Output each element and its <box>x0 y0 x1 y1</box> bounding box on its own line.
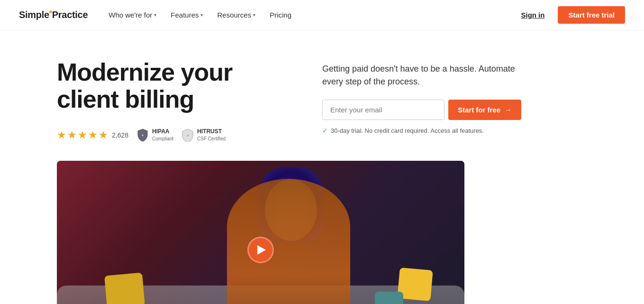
person-body <box>227 179 350 304</box>
email-form: Start for free → <box>322 100 521 120</box>
nav-resources[interactable]: Resources ▾ <box>211 7 261 23</box>
svg-text:✓: ✓ <box>187 134 189 137</box>
start-trial-button[interactable]: Start free trial <box>558 6 625 24</box>
hero-left: Modernize your client billing ★ ★ ★ ★ ★ … <box>57 59 284 142</box>
pillow-teal <box>375 292 403 304</box>
star-1: ★ <box>57 129 66 141</box>
video-section <box>0 161 644 304</box>
hero-right: Getting paid doesn't have to be a hassle… <box>322 59 521 134</box>
star-3: ★ <box>78 129 87 141</box>
video-container[interactable] <box>57 161 464 304</box>
star-5-half: ★ <box>99 129 108 141</box>
nav-right: Sign in Start free trial <box>515 6 625 24</box>
nav-pricing[interactable]: Pricing <box>264 7 297 23</box>
hipaa-text: HIPAA Compliant <box>152 128 173 142</box>
chevron-down-icon: ▾ <box>154 12 156 18</box>
review-count: 2,628 <box>112 131 128 139</box>
hitrust-icon: ✓ <box>181 129 194 142</box>
arrow-right-icon: → <box>504 106 512 114</box>
hero-badges: ★ ★ ★ ★ ★ 2,628 + HIPAA Compliant <box>57 128 284 142</box>
play-button[interactable] <box>247 237 274 263</box>
video-background <box>57 161 464 304</box>
nav-who[interactable]: Who we're for ▾ <box>103 7 162 23</box>
hitrust-badge: ✓ HITRUST CSF Certified <box>181 128 226 142</box>
chevron-down-icon: ▾ <box>200 12 203 18</box>
star-rating: ★ ★ ★ ★ ★ 2,628 <box>57 129 128 141</box>
logo-simple: Simple <box>19 9 49 20</box>
chevron-down-icon: ▾ <box>253 12 255 18</box>
hipaa-icon: + <box>136 129 149 142</box>
star-4: ★ <box>88 129 98 141</box>
start-for-free-button[interactable]: Start for free → <box>448 100 521 120</box>
star-2: ★ <box>67 129 77 141</box>
hipaa-badge: + HIPAA Compliant <box>136 128 173 142</box>
pillow-left <box>104 272 145 304</box>
check-icon: ✓ <box>322 127 328 134</box>
sign-in-button[interactable]: Sign in <box>515 7 550 23</box>
play-icon <box>257 245 266 255</box>
logo-dot <box>49 10 52 13</box>
hero-title: Modernize your client billing <box>57 59 284 113</box>
nav-links: Who we're for ▾ Features ▾ Resources ▾ P… <box>103 7 515 23</box>
logo-practice: Practice <box>52 9 88 20</box>
logo[interactable]: SimplePractice <box>19 9 88 20</box>
email-input[interactable] <box>322 100 444 120</box>
main-nav: SimplePractice Who we're for ▾ Features … <box>0 0 644 30</box>
svg-text:+: + <box>142 134 144 137</box>
hitrust-text: HITRUST CSF Certified <box>197 128 226 142</box>
hero-section: Modernize your client billing ★ ★ ★ ★ ★ … <box>0 30 644 161</box>
hero-subtitle: Getting paid doesn't have to be a hassle… <box>322 63 521 88</box>
nav-features[interactable]: Features ▾ <box>165 7 209 23</box>
trial-note: ✓ 30-day trial. No credit card required.… <box>322 127 521 134</box>
